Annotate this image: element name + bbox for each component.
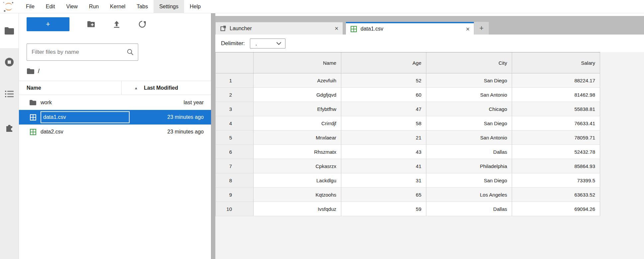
tab-data1-csv[interactable]: data1.csv✕	[346, 22, 474, 35]
grid-cell: 73399.5	[512, 173, 600, 188]
menu-item-settings[interactable]: Settings	[154, 0, 184, 13]
tab-label: Launcher	[230, 26, 330, 32]
jupyter-logo	[2, 1, 15, 13]
chevron-down-icon	[276, 42, 281, 45]
grid-row-index: 10	[216, 202, 254, 216]
file-row-data1.csv[interactable]: data1.csv23 minutes ago	[19, 110, 211, 125]
jupyterlab-window: FileEditViewRunKernelTabsSettingsHelp	[0, 0, 644, 259]
grid-cell: San Diego	[426, 173, 512, 188]
delimiter-dropdown[interactable]: ,	[250, 39, 285, 48]
grid-cell: Chicago	[426, 102, 512, 116]
search-icon	[127, 48, 134, 56]
upload-icon	[113, 20, 121, 28]
running-kernels-tab[interactable]	[0, 55, 19, 69]
csv-file-icon	[29, 129, 37, 135]
csv-file-icon	[29, 114, 37, 121]
grid-cell: 43	[341, 145, 426, 159]
breadcrumb: /	[27, 64, 40, 78]
csv-grid-viewport[interactable]: NameAgeCitySalary1Azevfuih52San Diego882…	[215, 52, 644, 259]
grid-cell: Ivsfqduz	[254, 202, 341, 216]
menu-item-file[interactable]: File	[20, 0, 40, 13]
grid-row-index: 3	[216, 102, 254, 116]
grid-cell: 21	[341, 130, 426, 145]
file-modified: 23 minutes ago	[167, 129, 211, 135]
file-browser-toolbar: +	[19, 13, 211, 35]
grid-row-index: 8	[216, 173, 254, 188]
home-folder-icon[interactable]	[27, 68, 35, 74]
tab-close-icon[interactable]: ✕	[334, 26, 339, 31]
tab-launcher[interactable]: Launcher✕	[215, 22, 343, 35]
delimiter-value: ,	[250, 41, 276, 46]
grid-cell: 78059.71	[512, 130, 600, 145]
filter-files-box	[27, 43, 138, 61]
new-launcher-button[interactable]: +	[27, 17, 69, 31]
file-browser-tab[interactable]	[0, 24, 19, 38]
upload-button[interactable]	[113, 20, 121, 28]
grid-row-index: 6	[216, 145, 254, 159]
grid-cell: Gdgfjqvd	[254, 88, 341, 102]
grid-cell: San Diego	[426, 116, 512, 130]
csv-data-grid: NameAgeCitySalary1Azevfuih52San Diego882…	[215, 52, 600, 216]
grid-cell: Efybtfhw	[254, 102, 341, 116]
breadcrumb-root[interactable]: /	[38, 68, 40, 75]
grid-cell: Rhszmatx	[254, 145, 341, 159]
table-of-contents-tab[interactable]	[0, 87, 19, 101]
new-folder-icon	[87, 21, 95, 28]
file-row-work[interactable]: worklast year	[19, 95, 211, 110]
grid-cell: 31	[341, 173, 426, 188]
menu-item-tabs[interactable]: Tabs	[131, 0, 154, 13]
left-sidebar-strip	[0, 13, 19, 259]
file-row-data2.csv[interactable]: data2.csv23 minutes ago	[19, 125, 211, 139]
column-header-modified-label: Last Modified	[144, 85, 178, 91]
grid-cell: 52432.78	[512, 145, 600, 159]
add-tab-button[interactable]: +	[474, 22, 489, 35]
file-modified: last year	[184, 100, 211, 106]
extension-manager-tab[interactable]	[0, 121, 19, 135]
menu-items: FileEditViewRunKernelTabsSettingsHelp	[20, 0, 206, 13]
main-dock-area: Launcher✕data1.csv✕+ Delimiter: , NameAg…	[215, 13, 644, 259]
csv-toolbar: Delimiter: ,	[215, 35, 644, 52]
grid-cell: 65	[341, 188, 426, 202]
grid-cell: Philadelphia	[426, 159, 512, 173]
grid-cell: 41	[341, 159, 426, 173]
column-header-name[interactable]: Name	[19, 85, 121, 91]
grid-cell: Los Angeles	[426, 188, 512, 202]
grid-cell: San Diego	[426, 73, 512, 88]
grid-cell: 81462.98	[512, 88, 600, 102]
grid-cell: San Antonio	[426, 130, 512, 145]
running-kernels-icon	[4, 57, 14, 67]
file-name-wrap: data1.csv	[41, 111, 167, 123]
new-folder-button[interactable]	[87, 20, 95, 28]
file-list-header: Name ▲ Last Modified	[19, 81, 211, 95]
file-modified: 23 minutes ago	[167, 114, 211, 120]
menu-item-help[interactable]: Help	[184, 0, 206, 13]
grid-cell: Crirrdjf	[254, 116, 341, 130]
menu-item-kernel[interactable]: Kernel	[104, 0, 131, 13]
dock-tab-bar: Launcher✕data1.csv✕+	[215, 16, 644, 35]
grid-cell: Azevfuih	[254, 73, 341, 88]
refresh-button[interactable]	[138, 20, 146, 28]
menu-item-run[interactable]: Run	[83, 0, 104, 13]
grid-corner	[216, 52, 254, 73]
grid-row-index: 1	[216, 73, 254, 88]
grid-cell: Kqtzoohs	[254, 188, 341, 202]
menu-item-view[interactable]: View	[60, 0, 83, 13]
menu-item-edit[interactable]: Edit	[40, 0, 61, 13]
panel-splitter[interactable]	[211, 13, 215, 259]
filter-files-input[interactable]	[27, 49, 127, 55]
tab-close-icon[interactable]: ✕	[466, 27, 470, 32]
grid-cell: 52	[341, 73, 426, 88]
column-header-modified[interactable]: ▲ Last Modified	[121, 81, 211, 95]
launcher-icon	[220, 26, 226, 31]
refresh-icon	[138, 20, 146, 28]
list-icon	[5, 90, 14, 98]
grid-cell: Lackdlgu	[254, 173, 341, 188]
grid-row-index: 7	[216, 159, 254, 173]
grid-cell: Dallas	[426, 202, 512, 216]
grid-row-index: 2	[216, 88, 254, 102]
puzzle-icon	[4, 123, 14, 133]
grid-cell: 85864.93	[512, 159, 600, 173]
rename-input[interactable]: data1.csv	[41, 111, 130, 123]
grid-cell: 47	[341, 102, 426, 116]
grid-column-header: Salary	[512, 52, 600, 73]
